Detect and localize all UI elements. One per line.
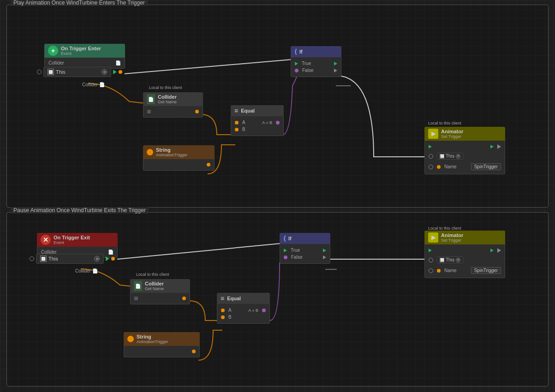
animator-this-box-icon-1: ⬜	[440, 154, 444, 159]
animator-name-val-1: SpinTrigger	[471, 163, 501, 170]
collider-icon-1: 📄	[147, 94, 155, 104]
node-if-1[interactable]: ⟨ If True False	[291, 46, 341, 77]
animator-exec-out-1	[490, 145, 494, 148]
node-string-1[interactable]: String AnimationTrigger	[143, 145, 215, 171]
if-true-label-1: True	[302, 61, 332, 66]
collider-getname-header-1: 📄 Collider Get Name	[143, 92, 203, 106]
if-header-1: ⟨ If	[291, 46, 341, 57]
animator-name-label-2: Name	[444, 268, 457, 273]
if-header-2: ⟨ If	[280, 233, 330, 244]
node-collider-getname-1[interactable]: 📄 Collider Get Name	[143, 92, 203, 118]
equal-b-row-2: B	[221, 314, 266, 321]
string-header-2: String AnimationTrigger	[124, 332, 200, 346]
collider-label-1: Collider 📄	[82, 82, 105, 87]
collider-body-1	[143, 106, 203, 118]
trigger-enter-icon: +	[48, 46, 58, 56]
node-equal-2[interactable]: ≡ Equal A A = B B	[217, 293, 270, 324]
node-on-trigger-enter[interactable]: + On Trigger Enter Event Collider 📄	[44, 44, 125, 69]
equal-title-2: Equal	[227, 296, 241, 301]
trigger-enter-collider-row: Collider 📄	[48, 59, 121, 66]
this-label-1: This	[56, 69, 66, 75]
node-this-1[interactable]: ⬜ This ⚙	[37, 67, 122, 77]
trigger-exit-icon: ✕	[41, 235, 51, 245]
collider-out-pin-1	[195, 110, 199, 113]
trigger-enter-collider-icon: 📄	[115, 60, 121, 65]
string-out-pin-1	[207, 163, 210, 166]
this-arrow-2	[106, 256, 109, 261]
animator-tri-1	[497, 144, 501, 149]
trigger-enter-title: On Trigger Enter	[61, 46, 101, 51]
trigger-exit-header: ✕ On Trigger Exit Event	[37, 233, 118, 247]
animator-body-1: ⬜ This ⚙ Name SpinTrigger	[424, 141, 505, 174]
this-gear-2[interactable]: ⚙	[94, 256, 100, 261]
graph-canvas[interactable]: Play Animation Once WindTurbine Enters T…	[0, 0, 555, 392]
equal-header-2: ≡ Equal	[217, 293, 270, 304]
animator-this-gear-1[interactable]: ⚙	[456, 154, 460, 159]
animator-this-box-icon-2: ⬜	[440, 258, 444, 262]
animator-subtitle-1: Set Trigger	[441, 134, 463, 139]
equal-icon-1: ≡	[234, 107, 238, 114]
local-client-animator-2: Local to this client	[428, 226, 461, 231]
this-orange-pin-1	[119, 70, 122, 74]
this-gear-1[interactable]: ⚙	[101, 69, 107, 75]
this-arrow-1	[113, 70, 117, 74]
equal-header-1: ≡ Equal	[231, 105, 284, 116]
local-client-animator-1: Local to this client	[428, 121, 461, 125]
equal-out-2	[262, 309, 266, 312]
node-animator-1[interactable]: ▶ Animator Set Trigger ⬜ This ⚙	[424, 127, 505, 174]
equal-body-1: A A = B B	[231, 116, 284, 136]
collider-input-row-1	[147, 109, 199, 114]
trigger-enter-collider-label: Collider	[48, 60, 64, 65]
string-pin-row-1	[147, 162, 210, 167]
node-if-2[interactable]: ⟨ If True False	[280, 233, 330, 264]
animator-header-1: ▶ Animator Set Trigger	[424, 127, 505, 141]
if-false-pin-1	[295, 69, 298, 72]
string-title-1: String	[156, 147, 187, 153]
node-animator-2[interactable]: ▶ Animator Set Trigger ⬜ This ⚙	[424, 231, 505, 278]
equal-a-row-1: A A = B	[235, 119, 280, 126]
string-title-2: String	[137, 334, 168, 339]
node-equal-1[interactable]: ≡ Equal A A = B B	[231, 105, 284, 136]
collider-subtitle-2: Get Name	[145, 286, 164, 291]
if-body-2: True False	[280, 244, 330, 264]
collider-in-pin-2	[134, 297, 138, 300]
string-icon-2	[127, 336, 134, 342]
animator-title-1: Animator	[441, 129, 463, 134]
animator-this-gear-2[interactable]: ⚙	[456, 258, 460, 262]
equal-ab-label-1: A = B	[262, 120, 272, 125]
string-icon-1	[147, 149, 153, 155]
if-false-label-1: False	[302, 68, 332, 73]
string-out-pin-2	[192, 350, 196, 353]
collider-in-pin-1	[147, 110, 151, 113]
animator-this-box-2: ⬜ This ⚙	[437, 256, 463, 263]
this-box-1[interactable]: ⬜ This ⚙	[43, 67, 111, 77]
local-client-label-2: Local to this client	[136, 272, 169, 277]
node-collider-getname-2[interactable]: 📄 Collider Get Name	[130, 279, 190, 304]
node-this-2[interactable]: ⬜ This ⚙	[30, 254, 115, 264]
this-pin-2	[30, 256, 34, 261]
group-play-label: Play Animation Once WindTurbine Enters T…	[11, 0, 148, 6]
this-box-2[interactable]: ⬜ This ⚙	[36, 254, 104, 264]
node-string-2[interactable]: String AnimationTrigger	[124, 332, 200, 357]
string-subtitle-1: AnimationTrigger	[156, 153, 187, 157]
collider-title-1: Collider	[158, 94, 177, 100]
animator-name-circle-2	[429, 268, 433, 273]
if-true-label-2: True	[291, 248, 321, 253]
collider-input-row-2	[134, 296, 186, 301]
string-subtitle-2: AnimationTrigger	[137, 339, 168, 344]
animator-header-2: ▶ Animator Set Trigger	[424, 231, 505, 244]
string-pin-row-2	[128, 349, 196, 354]
if-true-row-1: True	[295, 60, 337, 67]
equal-out-1	[276, 121, 280, 125]
animator-name-pin-1	[437, 165, 441, 169]
animator-this-box-1: ⬜ This ⚙	[437, 153, 463, 160]
local-client-label-1: Local to this client	[149, 85, 182, 90]
animator-this-circle-2	[429, 258, 433, 262]
animator-name-circle-1	[429, 165, 433, 169]
collider-title-2: Collider	[145, 281, 164, 286]
animator-exec-in-2	[429, 249, 432, 252]
if-false-arrow-out-1	[334, 69, 337, 72]
equal-a-row-2: A A = B	[221, 307, 266, 314]
this-label-2: This	[48, 256, 58, 261]
animator-name-val-2: SpinTrigger	[471, 267, 501, 274]
